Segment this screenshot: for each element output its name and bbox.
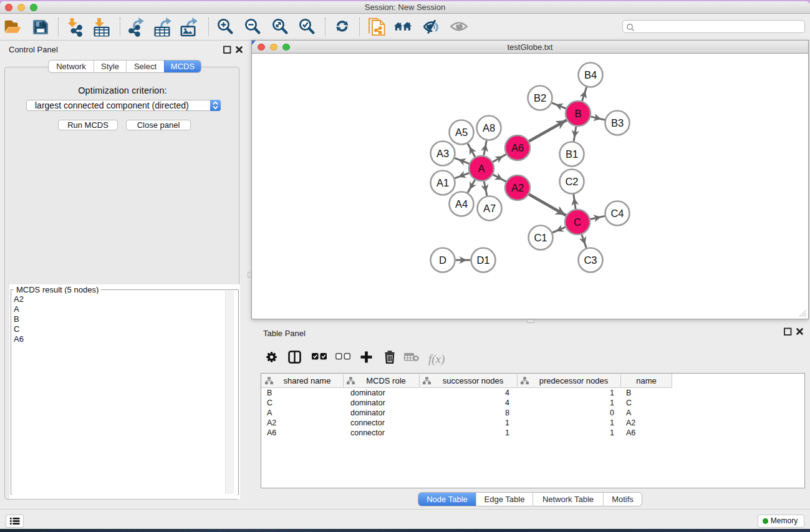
svg-text:A2: A2 <box>511 182 524 193</box>
svg-text:C2: C2 <box>565 176 578 187</box>
svg-text:B4: B4 <box>584 69 597 80</box>
svg-text:D1: D1 <box>476 254 489 266</box>
svg-text:A1: A1 <box>436 177 449 188</box>
svg-text:A5: A5 <box>455 127 468 138</box>
svg-text:A: A <box>478 163 485 174</box>
svg-text:C4: C4 <box>610 208 624 219</box>
svg-text:D: D <box>439 254 446 266</box>
svg-text:C: C <box>574 216 581 228</box>
svg-text:C3: C3 <box>584 254 597 266</box>
svg-text:B1: B1 <box>566 148 578 160</box>
svg-text:A8: A8 <box>483 122 495 133</box>
svg-text:B: B <box>574 108 581 119</box>
svg-text:A4: A4 <box>455 198 468 210</box>
svg-text:A3: A3 <box>436 148 449 159</box>
svg-text:B3: B3 <box>611 117 624 128</box>
svg-text:C1: C1 <box>534 232 547 243</box>
svg-text:A6: A6 <box>511 142 524 153</box>
svg-text:B2: B2 <box>534 92 546 104</box>
svg-text:A7: A7 <box>483 203 496 214</box>
